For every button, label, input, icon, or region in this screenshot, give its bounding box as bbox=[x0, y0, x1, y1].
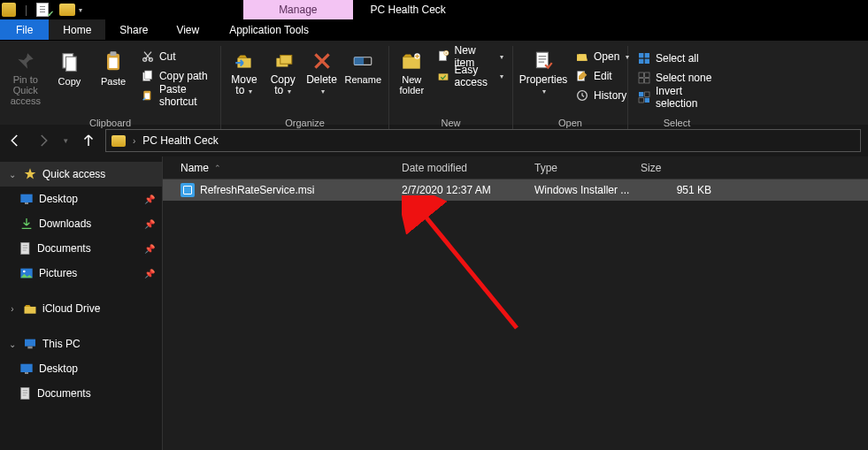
sidebar-icloud[interactable]: › iCloud Drive bbox=[0, 296, 162, 321]
sidebar-this-pc[interactable]: ⌄ This PC bbox=[0, 332, 162, 356]
desktop-icon bbox=[19, 193, 34, 205]
svg-rect-1 bbox=[66, 57, 77, 71]
up-button[interactable] bbox=[81, 133, 96, 149]
file-name: RefreshRateService.msi bbox=[200, 184, 314, 196]
svg-rect-46 bbox=[25, 372, 28, 374]
paste-shortcut-button[interactable]: Paste shortcut bbox=[137, 87, 215, 104]
group-new: New folder New item▾ Easy access▾ New bbox=[389, 46, 513, 130]
svg-rect-31 bbox=[639, 79, 643, 83]
pin-icon: 📌 bbox=[144, 194, 155, 204]
svg-rect-43 bbox=[25, 339, 35, 347]
chevron-down-icon[interactable]: ⌄ bbox=[7, 170, 18, 179]
svg-rect-39 bbox=[21, 242, 29, 254]
invert-selection-button[interactable]: Invert selection bbox=[634, 88, 720, 106]
address-bar[interactable]: › PC Health Ceck bbox=[105, 129, 861, 152]
select-all-button[interactable]: Select all bbox=[634, 50, 720, 67]
navigation-bar: ▾ › PC Health Ceck bbox=[0, 125, 868, 156]
cut-button[interactable]: Cut bbox=[137, 48, 215, 65]
group-organize: Move to ▾ Copy to ▾ Delete ▾ Rename Orga… bbox=[221, 46, 389, 130]
move-to-button[interactable]: Move to ▾ bbox=[227, 48, 262, 106]
svg-rect-25 bbox=[639, 53, 643, 57]
sidebar-quick-access[interactable]: ⌄ Quick access bbox=[0, 162, 162, 187]
new-item-button[interactable]: New item▾ bbox=[433, 48, 507, 65]
col-date[interactable]: Date modified bbox=[402, 162, 534, 174]
col-type[interactable]: Type bbox=[534, 162, 641, 174]
group-label-open: Open bbox=[518, 118, 622, 130]
download-icon bbox=[19, 217, 34, 231]
document-icon bbox=[19, 241, 32, 256]
clipboard-small-buttons: Cut Copy path Paste shortcut bbox=[137, 48, 215, 104]
group-label-clipboard: Clipboard bbox=[5, 118, 215, 130]
copy-path-button[interactable]: Copy path bbox=[137, 67, 215, 85]
svg-rect-42 bbox=[25, 306, 36, 313]
easy-access-button[interactable]: Easy access▾ bbox=[433, 67, 507, 85]
svg-rect-44 bbox=[27, 347, 32, 349]
svg-rect-30 bbox=[645, 72, 649, 77]
edit-button[interactable]: Edit bbox=[572, 67, 633, 85]
svg-rect-26 bbox=[645, 53, 649, 57]
col-name[interactable]: Name⌃ bbox=[181, 162, 402, 174]
svg-rect-28 bbox=[645, 59, 649, 64]
navigation-pane: ⌄ Quick access Desktop📌 Downloads📌 Docum… bbox=[0, 156, 163, 450]
properties-check-icon: ✔ bbox=[47, 9, 54, 19]
tab-view[interactable]: View bbox=[162, 19, 213, 40]
pin-icon: 📌 bbox=[144, 244, 155, 254]
pin-to-quick-access-button[interactable]: Pin to Quick access bbox=[5, 48, 46, 106]
tab-file[interactable]: File bbox=[0, 19, 49, 40]
table-row[interactable]: RefreshRateService.msi 2/7/2020 12:37 AM… bbox=[163, 179, 868, 201]
svg-rect-33 bbox=[639, 92, 643, 96]
qat-divider: | bbox=[25, 4, 27, 16]
app-folder-icon bbox=[2, 3, 16, 17]
sidebar-pc-desktop[interactable]: Desktop bbox=[0, 356, 162, 381]
tab-home[interactable]: Home bbox=[49, 19, 105, 40]
back-button[interactable] bbox=[7, 133, 23, 149]
recent-dropdown-icon[interactable]: ▾ bbox=[64, 136, 68, 145]
col-size[interactable]: Size bbox=[641, 162, 711, 174]
pc-icon bbox=[23, 338, 37, 350]
sidebar-pictures[interactable]: Pictures📌 bbox=[0, 261, 162, 286]
forward-button[interactable] bbox=[35, 133, 51, 149]
svg-rect-45 bbox=[20, 364, 32, 372]
sidebar-desktop[interactable]: Desktop📌 bbox=[0, 187, 162, 211]
tab-share[interactable]: Share bbox=[105, 19, 162, 40]
svg-rect-38 bbox=[25, 202, 28, 204]
annotation-arrow-icon bbox=[402, 195, 543, 346]
chevron-down-icon[interactable]: ⌄ bbox=[7, 339, 18, 349]
group-label-organize: Organize bbox=[227, 118, 383, 130]
open-button[interactable]: Open▾ bbox=[572, 48, 633, 65]
svg-rect-4 bbox=[109, 57, 117, 68]
tab-application-tools[interactable]: Application Tools bbox=[215, 19, 323, 40]
sidebar-pc-documents[interactable]: Documents bbox=[0, 381, 162, 406]
group-open: Properties ▾ Open▾ Edit History Open bbox=[513, 46, 628, 130]
group-label-select: Select bbox=[634, 118, 720, 130]
sort-asc-icon: ⌃ bbox=[214, 164, 221, 172]
new-folder-button[interactable]: New folder bbox=[395, 48, 429, 106]
paste-button[interactable]: Paste bbox=[93, 48, 134, 106]
contextual-tab-manage[interactable]: Manage bbox=[243, 0, 352, 19]
copy-to-button[interactable]: Copy to ▾ bbox=[265, 48, 301, 106]
pin-icon: 📌 bbox=[144, 219, 155, 229]
qat-dropdown-icon[interactable]: ▾ bbox=[79, 6, 82, 14]
new-folder-qat-icon[interactable] bbox=[59, 4, 75, 16]
svg-rect-29 bbox=[639, 72, 643, 77]
history-button[interactable]: History bbox=[572, 87, 633, 104]
desktop-icon bbox=[19, 362, 34, 375]
svg-rect-35 bbox=[639, 98, 643, 103]
properties-button[interactable]: Properties ▾ bbox=[518, 48, 568, 106]
breadcrumb[interactable]: PC Health Ceck bbox=[142, 134, 218, 147]
select-none-button[interactable]: Select none bbox=[634, 69, 720, 87]
sidebar-downloads[interactable]: Downloads📌 bbox=[0, 211, 162, 236]
rename-button[interactable]: Rename bbox=[342, 48, 383, 106]
quick-access-toolbar: | ✔ ▾ bbox=[0, 3, 84, 17]
svg-rect-34 bbox=[645, 92, 649, 96]
delete-button[interactable]: Delete ▾ bbox=[304, 48, 340, 106]
copy-button[interactable]: Copy bbox=[50, 48, 90, 106]
svg-rect-32 bbox=[645, 79, 649, 83]
sidebar-documents[interactable]: Documents📌 bbox=[0, 236, 162, 261]
pin-icon: 📌 bbox=[144, 269, 155, 278]
svg-rect-15 bbox=[354, 57, 364, 65]
group-clipboard: Pin to Quick access Copy Paste Cut Copy … bbox=[0, 46, 221, 130]
chevron-right-icon[interactable]: › bbox=[7, 304, 18, 314]
crumb-chevron-icon[interactable]: › bbox=[133, 136, 135, 146]
ribbon-tabs: File Home Share View Application Tools bbox=[0, 19, 868, 41]
